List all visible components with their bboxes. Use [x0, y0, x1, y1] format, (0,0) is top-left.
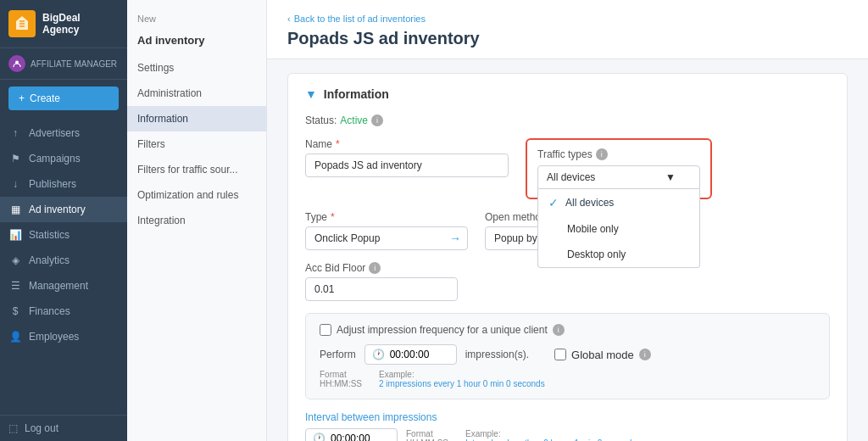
- logo-icon: [8, 10, 36, 37]
- type-arrow-icon: →: [449, 232, 461, 245]
- format-label: Format: [320, 370, 362, 379]
- user-role: AFFILIATE MANAGER: [0, 48, 127, 80]
- section-header: ▼ Information: [305, 87, 830, 101]
- impressions-label: impression(s).: [465, 349, 529, 360]
- sidebar-item-analytics[interactable]: ◈ Analytics: [0, 248, 127, 273]
- employees-icon: 👤: [8, 331, 22, 343]
- svg-point-1: [15, 61, 19, 64]
- global-mode-info-icon[interactable]: i: [639, 349, 651, 360]
- interval-details: Format HH:MM:SS Example: Interval no les…: [406, 429, 636, 441]
- impression-info-icon[interactable]: i: [553, 324, 565, 336]
- type-required-marker: *: [331, 211, 335, 223]
- secondary-nav-optimization[interactable]: Optimization and rules: [127, 182, 266, 208]
- impression-format-row: Format HH:MM:SS Example: 2 impressions e…: [320, 370, 815, 388]
- sidebar-item-employees[interactable]: 👤 Employees: [0, 324, 127, 349]
- sidebar-item-campaigns[interactable]: ⚑ Campaigns: [0, 146, 127, 171]
- secondary-nav-information[interactable]: Information: [127, 106, 266, 131]
- section-title: Information: [324, 87, 389, 101]
- interval-row: 🕐 Format HH:MM:SS Example: Interval no l…: [305, 428, 830, 441]
- form-card: ▼ Information Status: Active i: [287, 73, 848, 441]
- secondary-nav-filters[interactable]: Filters: [127, 131, 266, 157]
- impression-format-group: Format HH:MM:SS: [320, 370, 362, 388]
- secondary-nav-filters-traffic[interactable]: Filters for traffic sour...: [127, 157, 266, 182]
- global-mode-checkbox[interactable]: [554, 349, 566, 360]
- interval-example-group: Example: Interval no less than 0 hours 1…: [465, 429, 636, 441]
- secondary-title: Ad inventory: [127, 31, 266, 55]
- name-traffic-row: Name * Traffic types i All devices ▼: [305, 138, 830, 199]
- example-label: Example:: [379, 370, 545, 379]
- advertisers-icon: ↑: [8, 127, 22, 139]
- status-value: Active: [340, 114, 368, 126]
- interval-label: Interval between impressions: [305, 411, 830, 423]
- perform-label: Perform: [320, 349, 356, 360]
- global-mode-label: Global mode: [571, 349, 634, 361]
- type-select-wrapper: →: [305, 226, 468, 250]
- logo-text: BigDeal Agency: [42, 12, 81, 36]
- section-toggle-icon[interactable]: ▼: [305, 87, 317, 101]
- type-input[interactable]: [305, 226, 468, 250]
- secondary-nav-administration[interactable]: Administration: [127, 81, 266, 106]
- impression-example-group: Example: 2 impressions every 1 hour 0 mi…: [379, 370, 545, 388]
- perform-time-field[interactable]: [390, 349, 449, 360]
- example-value: 2 impressions every 1 hour 0 min 0 secon…: [379, 379, 545, 388]
- create-button[interactable]: + Create: [8, 87, 119, 110]
- sidebar-item-finances[interactable]: $ Finances: [0, 299, 127, 324]
- sidebar-item-ad-inventory[interactable]: ▦ Ad inventory: [0, 197, 127, 222]
- interval-format-group: Format HH:MM:SS: [406, 429, 448, 441]
- interval-section: Interval between impressions 🕐 Format HH…: [305, 411, 830, 441]
- traffic-option-desktop[interactable]: Desktop only: [538, 242, 699, 267]
- traffic-types-container: Traffic types i All devices ▼ ✓ All devi…: [526, 138, 712, 199]
- sidebar-item-statistics[interactable]: 📊 Statistics: [0, 222, 127, 248]
- interval-time-input[interactable]: 🕐: [305, 428, 398, 441]
- sidebar: BigDeal Agency AFFILIATE MANAGER + Creat…: [0, 0, 127, 441]
- traffic-option-mobile[interactable]: Mobile only: [538, 216, 699, 242]
- main-content: ‹ Back to the list of ad inventories Pop…: [267, 0, 868, 441]
- name-label: Name *: [305, 138, 509, 150]
- interval-time-field[interactable]: [331, 433, 390, 441]
- secondary-sidebar: New Ad inventory Settings Administration…: [127, 0, 267, 441]
- impression-header: Adjust impression frequency for a unique…: [320, 324, 815, 336]
- bid-floor-input[interactable]: [305, 277, 458, 301]
- global-mode-row: Global mode i: [554, 349, 651, 361]
- status-group: Status: Active i: [305, 114, 383, 126]
- finances-icon: $: [8, 305, 22, 317]
- analytics-icon: ◈: [8, 254, 22, 266]
- traffic-chevron-icon: ▼: [665, 171, 676, 183]
- traffic-option-all[interactable]: ✓ All devices: [538, 189, 699, 216]
- logout-icon: ⬚: [8, 422, 18, 434]
- traffic-select-display[interactable]: All devices ▼: [537, 165, 700, 189]
- interval-clock-icon: 🕐: [313, 433, 326, 441]
- secondary-header: New: [127, 7, 266, 31]
- logo: BigDeal Agency: [0, 0, 127, 48]
- traffic-types-label: Traffic types i: [537, 148, 700, 160]
- format-value: HH:MM:SS: [320, 379, 362, 388]
- sidebar-item-management[interactable]: ☰ Management: [0, 273, 127, 299]
- traffic-info-icon[interactable]: i: [596, 148, 608, 160]
- back-link[interactable]: ‹ Back to the list of ad inventories: [287, 14, 848, 24]
- main-body: ▼ Information Status: Active i: [267, 59, 868, 441]
- ad-inventory-icon: ▦: [8, 204, 22, 215]
- type-label: Type *: [305, 211, 468, 223]
- logout-button[interactable]: ⬚ Log out: [0, 415, 127, 441]
- impression-checkbox[interactable]: [320, 324, 331, 336]
- management-icon: ☰: [8, 280, 22, 292]
- status-info-icon[interactable]: i: [371, 114, 383, 126]
- check-icon-all: ✓: [548, 196, 559, 209]
- impression-row: Perform 🕐 impression(s). Global mode i: [320, 344, 815, 365]
- main-nav: ↑ Advertisers ⚑ Campaigns ↓ Publishers ▦…: [0, 117, 127, 415]
- bid-floor-group: Acc Bid Floor i: [305, 262, 458, 301]
- perform-time-input[interactable]: 🕐: [364, 344, 457, 365]
- name-input[interactable]: [305, 154, 509, 177]
- user-icon: [8, 55, 25, 72]
- bid-floor-info-icon[interactable]: i: [369, 262, 381, 274]
- main-header: ‹ Back to the list of ad inventories Pop…: [267, 0, 868, 59]
- perform-clock-icon: 🕐: [372, 349, 385, 360]
- secondary-nav-integration[interactable]: Integration: [127, 208, 266, 233]
- sidebar-item-publishers[interactable]: ↓ Publishers: [0, 171, 127, 197]
- publishers-icon: ↓: [8, 178, 22, 190]
- secondary-nav-settings[interactable]: Settings: [127, 55, 266, 81]
- sidebar-item-advertisers[interactable]: ↑ Advertisers: [0, 120, 127, 146]
- status-label: Status: Active i: [305, 114, 383, 126]
- name-required-marker: *: [336, 138, 340, 150]
- traffic-dropdown: ✓ All devices Mobile only Desktop only: [537, 189, 700, 268]
